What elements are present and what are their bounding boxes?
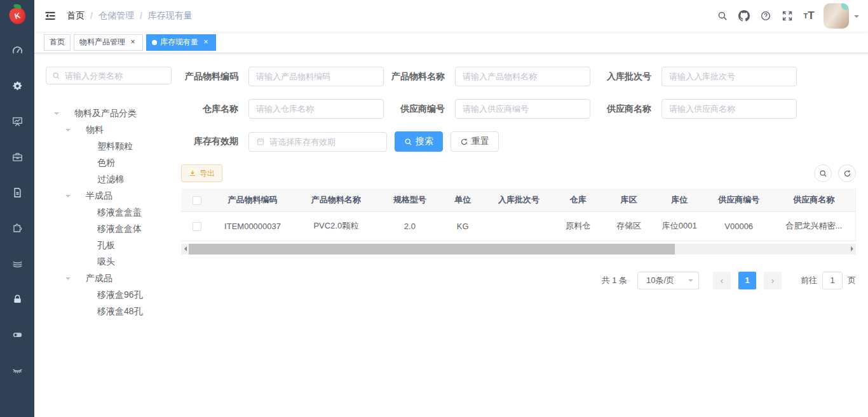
- font-size-button[interactable]: TT: [798, 0, 820, 32]
- table-header-row: 产品物料编码产品物料名称规格型号单位入库批次号仓库库区库位供应商编号供应商名称: [181, 189, 855, 211]
- tree-node[interactable]: 物料及产品分类: [46, 105, 169, 122]
- github-link-button[interactable]: [733, 0, 755, 32]
- tree-node[interactable]: 移液盒96孔: [46, 287, 169, 303]
- warehouse-name-input[interactable]: [256, 104, 376, 114]
- category-tree: 物料及产品分类物料塑料颗粒色粉过滤棉半成品移液盒盒盖移液盒盒体孔板吸头产成品移液…: [46, 105, 169, 320]
- filter-field: 产品物料名称: [388, 67, 590, 86]
- tab-item[interactable]: 物料产品管理×: [74, 34, 143, 51]
- tab-active[interactable]: 库存现有量×: [146, 34, 216, 51]
- expiry-date-input[interactable]: [269, 137, 379, 147]
- sidebar-item-components[interactable]: [0, 210, 34, 246]
- tree-expand-caret-icon[interactable]: [65, 192, 77, 200]
- tab-active-dot-icon: [152, 40, 157, 45]
- tree-node[interactable]: 过滤棉: [46, 171, 169, 188]
- scroll-right-arrow-icon[interactable]: [848, 244, 856, 255]
- sidebar-item-hidden[interactable]: [0, 352, 34, 388]
- sidebar-item-tools[interactable]: [0, 139, 34, 175]
- table-wrap: 产品物料编码产品物料名称规格型号单位入库批次号仓库库区库位供应商编号供应商名称I…: [181, 189, 856, 241]
- tree-node-label: 移液盒盒盖: [97, 207, 142, 218]
- tab-close-icon[interactable]: ×: [201, 38, 210, 47]
- filter-field: 供应商名称: [594, 99, 797, 119]
- goto-page-input[interactable]: [822, 272, 843, 289]
- content: 物料及产品分类物料塑料颗粒色粉过滤棉半成品移液盒盒盖移液盒盒体孔板吸头产成品移液…: [34, 53, 868, 417]
- table-row[interactable]: ITEM00000037PVC2.0颗粒2.0KG原料仓存储区库位0001V00…: [181, 211, 855, 241]
- tree-expand-caret-icon[interactable]: [65, 275, 77, 282]
- tree-node[interactable]: 移液盒48孔: [46, 303, 169, 320]
- sidebar-item-layers[interactable]: [0, 246, 34, 281]
- inventory-panel: 产品物料编码 产品物料名称 入库批次号 仓库名称: [169, 53, 868, 417]
- tree-node[interactable]: 色粉: [46, 155, 169, 171]
- tree-node-label: 产成品: [86, 273, 112, 284]
- docs-help-button[interactable]: [755, 0, 776, 32]
- refresh-table-button[interactable]: [838, 164, 856, 182]
- expiry-date-picker[interactable]: [248, 132, 387, 152]
- sidebar-item-document[interactable]: [0, 175, 34, 210]
- breadcrumb-item[interactable]: 首页: [67, 10, 85, 22]
- tree-node[interactable]: 孔板: [46, 237, 169, 254]
- export-button[interactable]: 导出: [181, 164, 222, 182]
- filter-field: 入库批次号: [594, 67, 797, 86]
- column-header: 供应商名称: [773, 189, 855, 211]
- batch-no-input[interactable]: [669, 72, 789, 81]
- scrollbar-thumb[interactable]: [189, 244, 675, 255]
- tree-expand-caret-icon[interactable]: [65, 126, 77, 134]
- avatar: [824, 3, 849, 29]
- item-code-input[interactable]: [256, 72, 376, 81]
- toggle-search-button[interactable]: [814, 164, 832, 182]
- prev-page-button[interactable]: ‹: [713, 272, 731, 289]
- main-area: 首页/仓储管理/库存现有量 TT: [34, 0, 868, 417]
- sidebar-item-dashboard[interactable]: [0, 32, 34, 68]
- table-cell: 库位0001: [654, 211, 705, 241]
- tree-node[interactable]: 塑料颗粒: [46, 138, 169, 155]
- row-checkbox[interactable]: [193, 222, 201, 231]
- tab-close-icon[interactable]: ×: [128, 38, 137, 47]
- select-all-checkbox[interactable]: [193, 196, 201, 205]
- app-logo[interactable]: K: [0, 0, 34, 32]
- category-search[interactable]: [46, 67, 172, 84]
- reset-button[interactable]: 重置: [451, 131, 499, 152]
- scroll-left-arrow-icon[interactable]: [181, 244, 189, 255]
- category-search-input[interactable]: [65, 71, 165, 81]
- tab-label: 首页: [50, 37, 65, 48]
- search-icon: [717, 10, 728, 22]
- page-number-button[interactable]: 1: [738, 272, 756, 289]
- sidebar-item-system[interactable]: [0, 68, 34, 103]
- sidebar-item-switch[interactable]: [0, 317, 34, 352]
- search-button[interactable]: 搜索: [395, 131, 443, 152]
- tree-node[interactable]: 物料: [46, 122, 169, 138]
- user-menu[interactable]: [824, 3, 859, 29]
- sidebar-fold-button[interactable]: [34, 0, 66, 32]
- next-page-button[interactable]: ›: [764, 272, 782, 289]
- horizontal-scrollbar[interactable]: [181, 244, 856, 255]
- tab-item[interactable]: 首页: [44, 34, 71, 51]
- supplier-code-input[interactable]: [463, 104, 583, 114]
- supplier-name-input[interactable]: [669, 104, 789, 114]
- table-cell: V00006: [705, 211, 773, 241]
- page-size-select[interactable]: 10条/页: [637, 272, 699, 289]
- goto-unit: 页: [848, 275, 856, 286]
- sidebar-item-permissions[interactable]: [0, 281, 34, 317]
- pagination-goto: 前往 页: [801, 272, 856, 289]
- column-header: 规格型号: [379, 189, 440, 211]
- table-toolbar: 导出: [181, 164, 856, 182]
- lock-icon: [11, 293, 24, 305]
- sidebar-item-monitor[interactable]: [0, 103, 34, 139]
- breadcrumb-separator: /: [140, 11, 142, 21]
- fullscreen-button[interactable]: [776, 0, 798, 32]
- tree-node-label: 移液盒48孔: [97, 306, 143, 317]
- tree-node[interactable]: 半成品: [46, 188, 169, 204]
- tree-node[interactable]: 吸头: [46, 254, 169, 270]
- tree-expand-caret-icon[interactable]: [54, 110, 65, 117]
- item-name-input[interactable]: [463, 72, 583, 81]
- field-label: 产品物料名称: [388, 71, 445, 83]
- field-label: 供应商名称: [594, 103, 651, 115]
- header-search-button[interactable]: [712, 0, 733, 32]
- tree-node[interactable]: 产成品: [46, 270, 169, 287]
- tree-node[interactable]: 移液盒盒体: [46, 221, 169, 237]
- tags-bar: 首页物料产品管理×库存现有量×: [34, 32, 868, 53]
- tree-node[interactable]: 移液盒盒盖: [46, 204, 169, 221]
- navbar-actions: TT: [712, 0, 868, 32]
- font-size-small-icon: T: [803, 12, 808, 20]
- briefcase-icon: [11, 151, 24, 163]
- field-label: 供应商编号: [388, 103, 445, 115]
